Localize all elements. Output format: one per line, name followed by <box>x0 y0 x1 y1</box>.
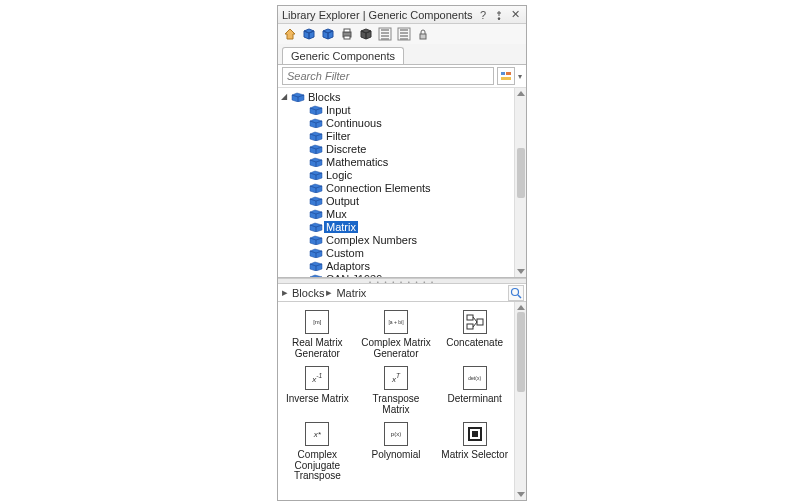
book-dark-icon[interactable] <box>358 26 374 42</box>
expand-placeholder <box>298 210 306 218</box>
book-blue2-icon[interactable] <box>320 26 336 42</box>
tree-label: Filter <box>324 130 352 142</box>
tree-node-custom[interactable]: Custom <box>278 246 514 259</box>
breadcrumb-matrix[interactable]: Matrix <box>334 287 368 299</box>
tree-node-adaptors[interactable]: Adaptors <box>278 259 514 272</box>
tree-node-input[interactable]: Input <box>278 103 514 116</box>
book-icon <box>309 170 321 180</box>
component-determinant[interactable]: det(x)Determinant <box>435 364 514 416</box>
component-label: Polynomial <box>360 450 432 472</box>
tree-node-matrix[interactable]: Matrix <box>278 220 514 233</box>
book-icon <box>309 261 321 271</box>
component-label: Complex Conjugate Transpose <box>281 450 353 472</box>
component-icon <box>463 310 487 334</box>
breadcrumb-search-button[interactable] <box>508 285 524 301</box>
search-input[interactable] <box>282 67 494 85</box>
svg-rect-5 <box>420 34 426 39</box>
expand-placeholder <box>298 197 306 205</box>
breadcrumb-root-arrow[interactable]: ▸ <box>280 286 290 299</box>
component-inverse-matrix[interactable]: x-1Inverse Matrix <box>278 364 357 416</box>
tree-label: Mathematics <box>324 156 390 168</box>
svg-rect-6 <box>501 72 505 75</box>
search-row: ▾ <box>278 64 526 88</box>
expand-placeholder <box>298 275 306 279</box>
expand-placeholder <box>298 223 306 231</box>
tree-node-complex-numbers[interactable]: Complex Numbers <box>278 233 514 246</box>
close-button[interactable]: ✕ <box>508 8 522 22</box>
tree-label: Adaptors <box>324 260 372 272</box>
tree-scrollbar[interactable] <box>514 88 526 277</box>
svg-rect-8 <box>501 77 511 80</box>
scroll-thumb[interactable] <box>517 312 525 392</box>
expand-placeholder <box>298 106 306 114</box>
filter-button[interactable] <box>497 67 515 85</box>
component-icon <box>463 422 487 446</box>
scroll-thumb[interactable] <box>517 148 525 198</box>
component-icon: det(x) <box>463 366 487 390</box>
svg-rect-11 <box>467 315 473 320</box>
filter-dropdown-icon[interactable]: ▾ <box>518 72 522 81</box>
component-complex-matrix-generator[interactable]: [a + bi]Complex Matrix Generator <box>357 308 436 360</box>
component-transpose-matrix[interactable]: xTTranspose Matrix <box>357 364 436 416</box>
component-label: Real Matrix Generator <box>281 338 353 360</box>
expand-placeholder <box>298 249 306 257</box>
list2-icon[interactable] <box>396 26 412 42</box>
tab-row: Generic Components <box>278 44 526 64</box>
component-label: Inverse Matrix <box>281 394 353 416</box>
svg-line-10 <box>518 295 521 298</box>
component-label: Transpose Matrix <box>360 394 432 416</box>
tree-node-output[interactable]: Output <box>278 194 514 207</box>
grid-scrollbar[interactable] <box>514 302 526 500</box>
component-concatenate[interactable]: Concatenate <box>435 308 514 360</box>
tree-node-blocks[interactable]: ◢ Blocks <box>278 90 514 103</box>
component-real-matrix-generator[interactable]: [m]Real Matrix Generator <box>278 308 357 360</box>
component-polynomial[interactable]: p(x)Polynomial <box>357 420 436 472</box>
book-icon <box>309 209 321 219</box>
tree-label: Custom <box>324 247 366 259</box>
tree-label: Input <box>324 104 352 116</box>
tree-label: Mux <box>324 208 349 220</box>
library-explorer-panel: Library Explorer | Generic Components ? … <box>277 5 527 501</box>
tab-generic-components[interactable]: Generic Components <box>282 47 404 64</box>
tree-node-can-j1939[interactable]: CAN J1939 <box>278 272 514 278</box>
tree-node-discrete[interactable]: Discrete <box>278 142 514 155</box>
book-icon <box>309 157 321 167</box>
tree: ◢ Blocks InputContinuousFilterDiscreteMa… <box>278 88 514 278</box>
tree-node-filter[interactable]: Filter <box>278 129 514 142</box>
component-label: Matrix Selector <box>439 450 511 472</box>
component-matrix-selector[interactable]: Matrix Selector <box>435 420 514 472</box>
tree-label: CAN J1939 <box>324 273 384 279</box>
book-icon <box>309 144 321 154</box>
component-grid: [m]Real Matrix Generator[a + bi]Complex … <box>278 302 514 472</box>
book-icon <box>309 105 321 115</box>
book-blue-icon[interactable] <box>301 26 317 42</box>
tree-node-connection-elements[interactable]: Connection Elements <box>278 181 514 194</box>
component-grid-pane: [m]Real Matrix Generator[a + bi]Complex … <box>278 302 526 500</box>
print-icon[interactable] <box>339 26 355 42</box>
book-icon <box>309 235 321 245</box>
window-title: Library Explorer | Generic Components <box>282 9 473 21</box>
component-label: Complex Matrix Generator <box>360 338 432 360</box>
component-complex-conjugate-transpose[interactable]: x*Complex Conjugate Transpose <box>278 420 357 472</box>
svg-rect-2 <box>344 36 350 39</box>
tree-node-continuous[interactable]: Continuous <box>278 116 514 129</box>
component-icon: [m] <box>305 310 329 334</box>
help-button[interactable]: ? <box>476 8 490 22</box>
tree-pane: ◢ Blocks InputContinuousFilterDiscreteMa… <box>278 88 526 278</box>
home-icon[interactable] <box>282 26 298 42</box>
tree-node-mathematics[interactable]: Mathematics <box>278 155 514 168</box>
breadcrumb-row: ▸ Blocks ▸ Matrix <box>278 284 526 302</box>
lock-icon[interactable] <box>415 26 431 42</box>
book-icon <box>309 118 321 128</box>
list-icon[interactable] <box>377 26 393 42</box>
pin-button[interactable] <box>492 8 506 22</box>
breadcrumb-blocks[interactable]: Blocks ▸ <box>290 286 334 299</box>
expand-placeholder <box>298 119 306 127</box>
tree-node-logic[interactable]: Logic <box>278 168 514 181</box>
expand-placeholder <box>298 171 306 179</box>
tree-node-mux[interactable]: Mux <box>278 207 514 220</box>
book-icon <box>309 274 321 279</box>
tree-label: Discrete <box>324 143 368 155</box>
folder-icon <box>291 92 303 102</box>
collapse-icon[interactable]: ◢ <box>280 93 288 101</box>
